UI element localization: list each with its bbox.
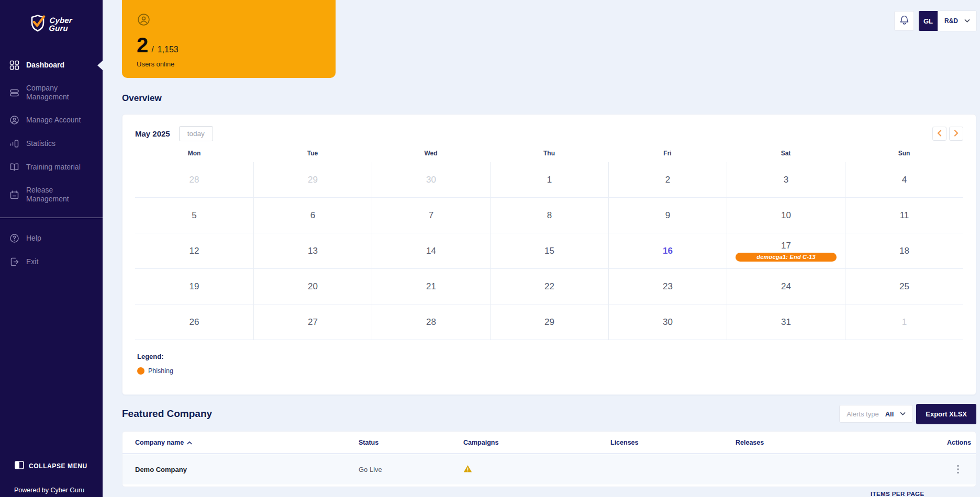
calendar-day-cell: 28 xyxy=(372,304,490,340)
sidebar-item-label: Dashboard xyxy=(26,61,64,70)
calendar-next-button[interactable] xyxy=(949,127,963,141)
collapse-sidebar-icon xyxy=(15,461,24,471)
legend-item: Phishing xyxy=(137,367,963,375)
sidebar-item-company-management[interactable]: Company Management xyxy=(0,77,103,108)
weekday-header: Wed xyxy=(372,150,490,162)
logo-text: Cyber Guru xyxy=(49,16,73,32)
collapse-menu-label: COLLAPSE MENU xyxy=(29,462,87,470)
company-layers-icon xyxy=(9,88,19,98)
calendar-month-label: May 2025 xyxy=(135,129,170,138)
logout-icon xyxy=(9,257,19,267)
calendar-day-cell: 14 xyxy=(372,233,490,269)
sidebar-item-training-material[interactable]: Training material xyxy=(0,155,103,179)
user-circle-icon xyxy=(9,115,19,125)
powered-by-label: Powered by Cyber Guru xyxy=(0,487,103,497)
day-number: 30 xyxy=(426,175,436,185)
users-online-card: 2 / 1,153 Users online xyxy=(122,0,336,78)
collapse-menu-button[interactable]: COLLAPSE MENU xyxy=(0,456,103,476)
sidebar-item-release-management[interactable]: Release Management xyxy=(0,179,103,210)
notifications-button[interactable] xyxy=(894,11,914,31)
sidebar-item-statistics[interactable]: Statistics xyxy=(0,132,103,155)
topbar-actions: GL R&D xyxy=(894,10,977,31)
day-number: 22 xyxy=(544,281,554,292)
day-number: 8 xyxy=(547,210,552,221)
calendar-day-cell: 20 xyxy=(253,269,372,304)
chevron-down-icon xyxy=(964,19,970,23)
bell-icon xyxy=(899,15,910,28)
warning-icon xyxy=(463,465,472,475)
sidebar-divider xyxy=(0,218,103,218)
calendar-day-cell: 6 xyxy=(253,198,372,233)
column-header-actions: Actions xyxy=(947,439,971,446)
calendar-day-cell: 4 xyxy=(845,162,963,198)
calendar-day-cell: 22 xyxy=(490,269,608,304)
status-cell: Go Live xyxy=(359,466,463,473)
account-menu-button[interactable]: GL R&D xyxy=(918,10,977,31)
calendar-day-cell: 8 xyxy=(490,198,608,233)
day-number: 14 xyxy=(426,246,436,256)
column-header-label: Status xyxy=(359,439,378,446)
row-actions-kebab-button[interactable] xyxy=(953,462,963,477)
day-number: 9 xyxy=(665,210,670,221)
featured-company-table: Company nameStatusCampaignsLicensesRelea… xyxy=(122,431,976,487)
help-icon xyxy=(9,233,19,243)
legend-title: Legend: xyxy=(137,353,963,360)
calendar-day-cell: 16 xyxy=(608,233,727,269)
calendar-card: May 2025 today MonTueWedThuFriSatSun2829… xyxy=(122,114,976,395)
column-header-company-name[interactable]: Company name xyxy=(135,439,359,446)
sidebar-item-help[interactable]: Help xyxy=(0,227,103,250)
column-header-label: Actions xyxy=(947,439,971,446)
day-number: 20 xyxy=(308,281,318,292)
shield-check-icon xyxy=(30,14,46,35)
day-number: 21 xyxy=(426,281,436,292)
table-row: Demo Company Go Live xyxy=(122,454,976,484)
calendar-day-cell: 29 xyxy=(253,162,372,198)
day-number: 3 xyxy=(784,175,788,185)
calendar-legend: Legend: Phishing xyxy=(135,353,963,375)
calendar-today-button[interactable]: today xyxy=(179,126,213,141)
featured-company-title: Featured Company xyxy=(122,408,212,420)
calendar-day-cell: 11 xyxy=(845,198,963,233)
active-item-notch xyxy=(97,61,103,70)
sidebar-item-manage-account[interactable]: Manage Account xyxy=(0,108,103,132)
weekday-header: Tue xyxy=(253,150,372,162)
users-online-caption: Users online xyxy=(137,60,321,68)
calendar-day-cell: 5 xyxy=(135,198,253,233)
sidebar-item-label: Manage Account xyxy=(26,116,81,125)
chevron-right-icon xyxy=(954,129,959,139)
weekday-header: Fri xyxy=(608,150,727,162)
sidebar-item-label: Company Management xyxy=(26,84,97,101)
sidebar-item-exit[interactable]: Exit xyxy=(0,250,103,274)
calendar-day-cell: 21 xyxy=(372,269,490,304)
day-number: 11 xyxy=(900,210,909,221)
calendar-day-cell: 1 xyxy=(490,162,608,198)
day-number: 25 xyxy=(899,281,909,292)
day-number: 5 xyxy=(192,210,196,221)
calendar-day-cell: 30 xyxy=(372,162,490,198)
alerts-type-select[interactable]: Alerts type All xyxy=(839,405,913,423)
weekday-header: Thu xyxy=(490,150,608,162)
company-name-cell: Demo Company xyxy=(135,466,359,473)
export-xlsx-button[interactable]: Export XLSX xyxy=(916,404,976,424)
cyber-guru-logo: Cyber Guru xyxy=(0,0,103,35)
calendar-day-cell: 30 xyxy=(608,304,727,340)
day-number: 31 xyxy=(781,317,791,327)
calendar-day-cell: 1 xyxy=(845,304,963,340)
sidebar: Cyber Guru DashboardCompany ManagementMa… xyxy=(0,0,103,497)
calendar-grid: MonTueWedThuFriSatSun2829301234567891011… xyxy=(135,150,963,340)
sidebar-item-dashboard[interactable]: Dashboard xyxy=(0,53,103,77)
day-number: 27 xyxy=(308,317,318,327)
calendar-event-pill[interactable]: democga1: End C-13 xyxy=(736,253,837,262)
day-number: 19 xyxy=(190,281,199,292)
sidebar-item-label: Exit xyxy=(26,257,38,266)
calendar-prev-button[interactable] xyxy=(932,127,946,141)
sidebar-item-label: Release Management xyxy=(26,186,97,204)
day-number: 26 xyxy=(190,317,199,327)
overview-title: Overview xyxy=(122,93,162,104)
alerts-type-label: Alerts type xyxy=(847,410,878,418)
main-content: 2 / 1,153 Users online GL R&D Ov xyxy=(103,0,980,497)
calendar-day-cell: 10 xyxy=(727,198,845,233)
calendar-day-cell: 18 xyxy=(845,233,963,269)
avatar: GL xyxy=(919,11,938,31)
day-number: 10 xyxy=(781,210,791,221)
